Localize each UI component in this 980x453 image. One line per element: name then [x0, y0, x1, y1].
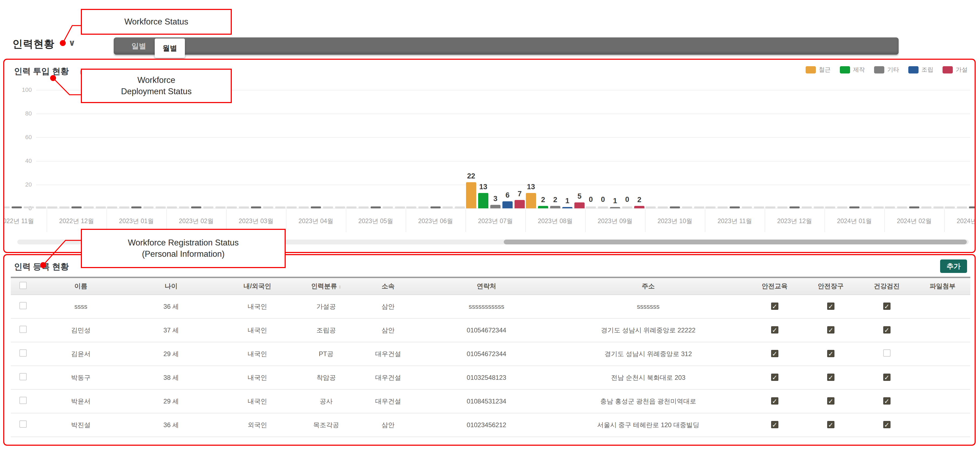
table-title: 인력 등록 현황 [14, 261, 69, 272]
cell-category: 공사 [299, 390, 353, 413]
zero-bar-dash [754, 206, 764, 208]
zero-bar-dash [215, 206, 226, 208]
column-header-2: 나이 [127, 277, 216, 295]
status-checkbox-checked[interactable]: ✓ [883, 326, 891, 334]
zero-bar-dash [861, 206, 872, 208]
tab-daily[interactable]: 일별 [124, 37, 154, 55]
cell-category: 착암공 [299, 366, 353, 390]
zero-bar-dash [957, 206, 967, 208]
sort-icon[interactable]: ↕ [339, 284, 341, 289]
status-checkbox-checked[interactable]: ✓ [827, 350, 834, 357]
zero-bar-dash [275, 206, 285, 208]
cell-company: 대우건설 [353, 366, 423, 390]
bar [478, 193, 488, 208]
zero-bar-dash [837, 206, 847, 208]
column-header-4[interactable]: 인력분류↕ [299, 277, 353, 295]
select-all-checkbox[interactable] [19, 282, 27, 289]
month-label: 2023년 03월 [226, 217, 286, 225]
tab-monthly[interactable]: 월별 [155, 38, 185, 58]
table-row: 박진설36 세외국인목조각공삼안01023456212서울시 중구 테헤란로 1… [11, 413, 970, 437]
bar [503, 201, 513, 208]
cell-company: 대우건설 [353, 342, 423, 366]
status-checkbox-checked[interactable]: ✓ [827, 397, 834, 405]
callout-deployment-line2: Deployment Status [121, 86, 192, 97]
month-label: 2024년 02월 [884, 217, 944, 225]
bar [562, 207, 573, 208]
zero-bar-dash [263, 206, 273, 208]
status-checkbox-checked[interactable]: ✓ [827, 303, 834, 310]
bar-value-label: 2 [631, 196, 648, 204]
cell-phone: 01054672344 [423, 318, 550, 342]
cell-category: PT공 [299, 342, 353, 366]
zero-bar-dash [143, 206, 154, 208]
month-label: 2023년 05월 [346, 217, 406, 225]
cell-national: 내국인 [216, 366, 299, 390]
cell-address: 충남 홍성군 광천읍 광천미역대로 [550, 390, 746, 413]
month-label: 2022년 12월 [47, 217, 107, 225]
column-header-10: 건강검진 [859, 277, 915, 295]
row-select-checkbox[interactable] [19, 373, 27, 380]
month-separator [346, 209, 346, 232]
zero-bar-dash [299, 206, 309, 208]
add-button[interactable]: 추가 [940, 260, 967, 273]
zero-bar-dash [718, 206, 728, 208]
cell-age: 37 세 [127, 318, 216, 342]
month-label: 2023년 04월 [286, 217, 346, 225]
row-select-checkbox[interactable] [19, 302, 27, 309]
row-select-checkbox[interactable] [19, 349, 27, 356]
zero-bar-dash [191, 206, 201, 208]
row-select-checkbox[interactable] [19, 397, 27, 404]
month-label: 2024년 03월 [944, 217, 975, 225]
zero-bar-dash [897, 206, 907, 208]
zero-bar-dash [406, 206, 417, 208]
month-separator [765, 209, 765, 232]
zero-bar-dash [167, 206, 177, 208]
status-checkbox-unchecked[interactable] [883, 349, 891, 356]
status-checkbox-checked[interactable]: ✓ [771, 421, 778, 428]
status-checkbox-checked[interactable]: ✓ [883, 397, 891, 405]
month-label: 2023년 09월 [585, 217, 645, 225]
month-separator [406, 209, 406, 232]
cell-address: 경기도 성남시 위례중앙로 22222 [550, 318, 746, 342]
cell-address: 전남 순천시 북화대로 203 [550, 366, 746, 390]
status-checkbox-checked[interactable]: ✓ [771, 326, 778, 334]
callout-workforce-status: Workforce Status [81, 9, 232, 35]
month-label: 2023년 07월 [466, 217, 525, 225]
month-label: 2024년 01월 [824, 217, 884, 225]
status-checkbox-checked[interactable]: ✓ [771, 374, 778, 381]
zero-bar-dash [24, 206, 34, 208]
cell-phone: sssssssssss [423, 295, 550, 318]
status-checkbox-checked[interactable]: ✓ [883, 303, 891, 310]
status-checkbox-checked[interactable]: ✓ [883, 374, 891, 381]
view-mode-tabbar: 일별 월별 [114, 37, 899, 55]
status-checkbox-checked[interactable]: ✓ [771, 350, 778, 357]
status-checkbox-checked[interactable]: ✓ [827, 374, 834, 381]
status-checkbox-checked[interactable]: ✓ [771, 303, 778, 310]
zero-bar-dash [682, 206, 692, 208]
month-label: 2023년 06월 [406, 217, 466, 225]
zero-bar-dash [921, 206, 931, 208]
zero-bar-dash [4, 206, 10, 208]
row-select-checkbox[interactable] [19, 420, 27, 428]
chevron-down-icon[interactable]: ∨ [68, 38, 75, 48]
chart-hscrollbar-thumb[interactable] [504, 239, 967, 244]
status-checkbox-checked[interactable]: ✓ [883, 421, 891, 428]
month-label: 2023년 08월 [525, 217, 585, 225]
column-header-7: 주소 [550, 277, 746, 295]
cell-category: 목조각공 [299, 413, 353, 437]
zero-bar-dash [802, 206, 812, 208]
month-separator [47, 209, 47, 232]
zero-bar-dash [777, 206, 788, 208]
bar [538, 206, 548, 208]
zero-bar-dash [873, 206, 884, 208]
status-checkbox-checked[interactable]: ✓ [827, 326, 834, 334]
y-axis-tick-label: 60 [14, 134, 32, 141]
callout-deployment-line1: Workforce [137, 74, 175, 86]
cell-name: 박동구 [35, 366, 127, 390]
row-select-checkbox[interactable] [19, 326, 27, 333]
zero-bar-dash [286, 206, 297, 208]
zero-bar-dash [658, 206, 668, 208]
status-checkbox-checked[interactable]: ✓ [771, 397, 778, 405]
zero-bar-dash [203, 206, 213, 208]
status-checkbox-checked[interactable]: ✓ [827, 421, 834, 428]
